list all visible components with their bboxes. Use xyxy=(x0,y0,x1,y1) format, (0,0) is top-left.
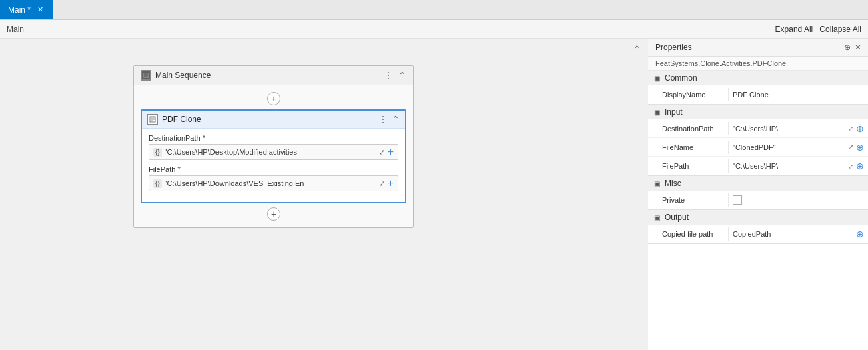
canvas-collapse-button[interactable]: ⌃ xyxy=(633,44,641,55)
prop-add-filepath[interactable]: ⊕ xyxy=(856,161,864,171)
main-sequence-container: Main Sequence ⋮ ⌃ + xyxy=(133,65,414,228)
prop-section-header-output[interactable]: ▣ Output xyxy=(648,210,868,225)
prop-checkbox-private[interactable] xyxy=(733,195,742,205)
prop-name-filename: FileName xyxy=(648,141,729,154)
sequence-more-button[interactable]: ⋮ xyxy=(384,70,393,81)
prop-section-header-input[interactable]: ▣ Input xyxy=(648,105,868,119)
prop-collapse-icon-misc: ▣ xyxy=(654,180,662,187)
breadcrumb: Main xyxy=(7,25,24,34)
field-type-badge-filepath: {} xyxy=(153,179,162,188)
breadcrumb-bar: Main Expand All Collapse All xyxy=(0,20,868,39)
prop-collapse-icon-common: ▣ xyxy=(654,75,662,82)
expand-all-button[interactable]: Expand All xyxy=(775,25,813,34)
field-expand-filepath[interactable]: ⤢ xyxy=(379,179,385,188)
field-destination-path: DestinationPath * {} "C:\Users\HP\Deskto… xyxy=(149,134,398,160)
prop-expand-destinationpath[interactable]: ⤢ xyxy=(848,125,853,132)
sequence-header: Main Sequence ⋮ ⌃ xyxy=(134,66,413,85)
prop-section-input: ▣ Input DestinationPath "C:\Users\HP\ ⤢ … xyxy=(648,105,868,176)
prop-name-private: Private xyxy=(648,193,729,207)
activity-header: PDF Clone ⋮ ⌃ xyxy=(142,111,405,129)
prop-name-displayname: DisplayName xyxy=(648,88,729,101)
field-input-destination[interactable]: {} "C:\Users\HP\Desktop\Modified activit… xyxy=(149,144,398,160)
prop-row-filename: FileName "ClonedPDF" ⤢ ⊕ xyxy=(648,138,868,157)
field-add-filepath[interactable]: + xyxy=(388,178,394,189)
prop-expand-filename[interactable]: ⤢ xyxy=(848,143,853,151)
field-type-badge-destination: {} xyxy=(153,148,162,157)
sequence-icon xyxy=(141,70,151,81)
canvas-area[interactable]: ⌃ Main Sequence ⋮ ⌃ + xyxy=(0,39,648,350)
prop-section-label-misc: Misc xyxy=(665,179,681,188)
field-input-filepath[interactable]: {} "C:\Users\HP\Downloads\VES_Existing E… xyxy=(149,175,398,191)
prop-section-label-output: Output xyxy=(665,213,689,222)
properties-title-area: Properties xyxy=(655,43,699,52)
activity-icon xyxy=(147,114,158,125)
sequence-actions: ⋮ ⌃ xyxy=(384,70,406,81)
prop-add-destinationpath[interactable]: ⊕ xyxy=(856,123,864,134)
main-layout: ⌃ Main Sequence ⋮ ⌃ + xyxy=(0,39,868,350)
activity-more-button[interactable]: ⋮ xyxy=(378,114,388,125)
field-add-destination[interactable]: + xyxy=(388,147,394,157)
prop-name-destinationpath: DestinationPath xyxy=(648,122,729,135)
activity-actions: ⋮ ⌃ xyxy=(378,114,400,125)
field-value-filepath: "C:\Users\HP\Downloads\VES_Existing En xyxy=(165,179,376,187)
prop-row-private: Private xyxy=(648,191,868,209)
prop-value-private[interactable] xyxy=(729,193,868,207)
properties-subtitle: FeatSystems.Clone.Activities.PDFClone xyxy=(648,57,868,71)
tab-close-button[interactable]: ✕ xyxy=(35,5,45,15)
properties-panel-header: Properties ⊕ ✕ xyxy=(648,39,868,57)
properties-title: Properties xyxy=(655,43,692,52)
prop-value-destinationpath[interactable]: "C:\Users\HP\ ⤢ ⊕ xyxy=(729,121,868,137)
tab-bar: Main * ✕ xyxy=(0,0,868,20)
sequence-collapse-button[interactable]: ⌃ xyxy=(398,70,406,81)
prop-value-text-displayname: PDF Clone xyxy=(733,91,864,99)
prop-value-text-destinationpath: "C:\Users\HP\ xyxy=(733,125,845,133)
activity-collapse-button[interactable]: ⌃ xyxy=(392,114,400,125)
prop-section-header-common[interactable]: ▣ Common xyxy=(648,71,868,85)
properties-close-button[interactable]: ✕ xyxy=(855,43,861,52)
prop-section-misc: ▣ Misc Private xyxy=(648,176,868,210)
properties-header-actions: ⊕ ✕ xyxy=(844,43,861,52)
prop-section-label-common: Common xyxy=(665,73,697,83)
prop-section-output: ▣ Output Copied file path CopiedPath ⊕ xyxy=(648,210,868,244)
activity-title-area: PDF Clone xyxy=(147,114,201,125)
prop-add-copiedpath[interactable]: ⊕ xyxy=(856,229,864,239)
prop-row-displayname: DisplayName PDF Clone xyxy=(648,85,868,104)
prop-collapse-icon-output: ▣ xyxy=(654,214,662,221)
prop-row-destinationpath: DestinationPath "C:\Users\HP\ ⤢ ⊕ xyxy=(648,119,868,138)
prop-name-copiedpath: Copied file path xyxy=(648,227,729,241)
prop-value-text-filename: "ClonedPDF" xyxy=(733,143,845,151)
prop-section-header-misc[interactable]: ▣ Misc xyxy=(648,176,868,191)
prop-name-filepath: FilePath xyxy=(648,159,729,173)
main-tab[interactable]: Main * ✕ xyxy=(0,0,53,19)
prop-section-common: ▣ Common DisplayName PDF Clone xyxy=(648,71,868,105)
add-activity-bottom-button[interactable]: + xyxy=(267,207,280,221)
sequence-title-area: Main Sequence xyxy=(141,70,211,81)
add-activity-top-button[interactable]: + xyxy=(267,92,280,105)
prop-value-text-copiedpath: CopiedPath xyxy=(733,230,853,238)
sequence-body: + PDF Clone ⋮ ⌃ xyxy=(134,85,413,227)
activity-body: DestinationPath * {} "C:\Users\HP\Deskto… xyxy=(142,129,405,202)
expand-collapse-group: Expand All Collapse All xyxy=(775,25,861,34)
sequence-title: Main Sequence xyxy=(155,71,211,80)
field-expand-destination[interactable]: ⤢ xyxy=(379,148,385,157)
field-label-filepath: FilePath * xyxy=(149,165,398,173)
prop-value-filename[interactable]: "ClonedPDF" ⤢ ⊕ xyxy=(729,139,868,155)
prop-value-copiedpath[interactable]: CopiedPath ⊕ xyxy=(729,226,868,242)
properties-panel: Properties ⊕ ✕ FeatSystems.Clone.Activit… xyxy=(648,39,868,350)
tab-label: Main * xyxy=(8,5,31,15)
prop-row-copiedpath: Copied file path CopiedPath ⊕ xyxy=(648,225,868,243)
prop-collapse-icon-input: ▣ xyxy=(654,109,662,116)
prop-value-filepath[interactable]: "C:\Users\HP\ ⤢ ⊕ xyxy=(729,158,868,174)
prop-row-filepath: FilePath "C:\Users\HP\ ⤢ ⊕ xyxy=(648,157,868,175)
field-filepath: FilePath * {} "C:\Users\HP\Downloads\VES… xyxy=(149,165,398,191)
activity-title: PDF Clone xyxy=(162,115,201,124)
collapse-all-button[interactable]: Collapse All xyxy=(819,25,861,34)
field-value-destination: "C:\Users\HP\Desktop\Modified activities xyxy=(165,148,376,156)
properties-pin-button[interactable]: ⊕ xyxy=(844,43,851,52)
field-label-destination: DestinationPath * xyxy=(149,134,398,142)
prop-value-displayname[interactable]: PDF Clone xyxy=(729,88,868,101)
prop-expand-filepath[interactable]: ⤢ xyxy=(848,163,853,170)
prop-add-filename[interactable]: ⊕ xyxy=(856,142,864,153)
prop-value-text-filepath: "C:\Users\HP\ xyxy=(733,162,845,170)
prop-section-label-input: Input xyxy=(665,107,683,117)
